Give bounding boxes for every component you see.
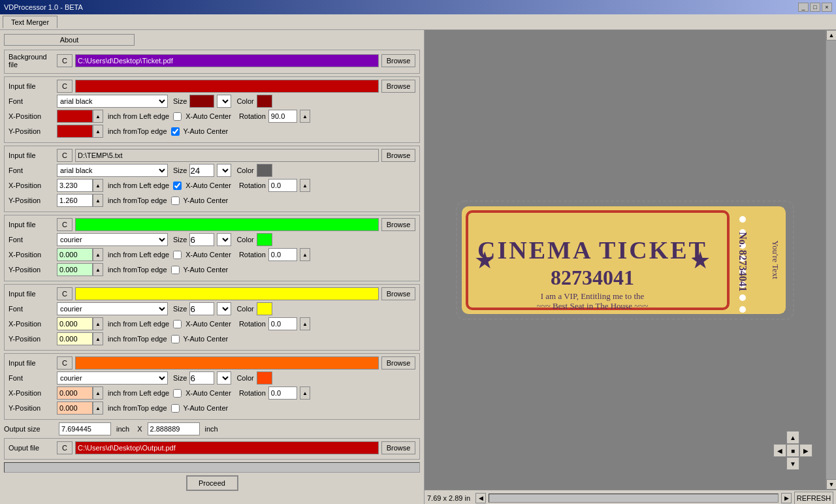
input4-rotation-spin[interactable]: ▲ [300, 317, 310, 330]
input2-c-button[interactable]: C [57, 149, 72, 162]
input4-file-input[interactable] [75, 287, 379, 300]
input1-browse-button[interactable]: Browse [381, 80, 415, 93]
input5-xpos-input[interactable] [57, 386, 93, 400]
input1-file-input[interactable] [75, 80, 379, 93]
input1-rotation-spin[interactable]: ▲ [300, 110, 310, 123]
input2-ypos-input[interactable] [57, 194, 93, 207]
tab-text-merger[interactable]: Text Merger [3, 16, 57, 28]
input2-size-select[interactable]: 24 [217, 164, 231, 177]
input2-y-auto-center[interactable] [171, 197, 180, 205]
input2-xpos-spin-up[interactable]: ▲ [93, 179, 103, 192]
input3-x-auto-center[interactable] [173, 251, 182, 259]
input5-ypos-spin[interactable]: ▲ [93, 402, 103, 415]
input1-size-input[interactable] [189, 95, 214, 108]
input5-c-button[interactable]: C [57, 356, 72, 370]
bg-browse-button[interactable]: Browse [381, 54, 415, 67]
input3-rotation-input[interactable] [268, 248, 297, 261]
input5-size-input[interactable] [189, 371, 214, 385]
nav-center-button[interactable]: ■ [786, 444, 799, 457]
proceed-button[interactable]: Proceed [186, 475, 238, 491]
input1-ypos-spin-up[interactable]: ▲ [93, 125, 103, 138]
input5-file-input[interactable] [75, 356, 379, 370]
input5-rotation-input[interactable] [268, 386, 297, 400]
close-button[interactable]: × [822, 3, 832, 12]
input4-size-select[interactable]: 6 [217, 302, 231, 315]
input2-rotation-spin[interactable]: ▲ [300, 179, 310, 192]
input1-ypos-input[interactable] [57, 125, 93, 138]
input4-xpos-spin[interactable]: ▲ [93, 317, 103, 330]
input4-x-auto-center[interactable] [173, 320, 182, 328]
input3-size-input[interactable] [189, 233, 214, 246]
input1-rotation-input[interactable] [268, 110, 297, 123]
input5-browse-button[interactable]: Browse [381, 356, 415, 370]
input2-browse-button[interactable]: Browse [381, 149, 415, 162]
input3-ypos-input[interactable] [57, 263, 93, 276]
input2-rotation-input[interactable] [268, 179, 297, 192]
output-c-button[interactable]: C [57, 441, 72, 454]
scroll-left-btn[interactable]: ◀ [475, 493, 486, 503]
nav-right-button[interactable]: ▶ [799, 444, 812, 457]
input1-font-select[interactable]: arial black courier arial [57, 95, 168, 108]
input4-xpos-input[interactable] [57, 317, 93, 330]
hscroll-track[interactable] [489, 494, 779, 503]
input3-color-box[interactable] [257, 233, 272, 246]
input1-xpos-input[interactable] [57, 110, 93, 123]
scroll-up-button[interactable]: ▲ [826, 30, 836, 40]
input3-y-auto-center[interactable] [171, 266, 180, 274]
input1-x-auto-center[interactable] [173, 112, 182, 121]
input1-y-auto-center[interactable] [171, 127, 180, 136]
input1-c-button[interactable]: C [57, 80, 72, 93]
input2-file-input[interactable] [75, 149, 379, 162]
refresh-button[interactable]: REFRESH [794, 492, 833, 505]
input5-font-select[interactable]: courier arial black [57, 371, 168, 385]
scroll-right-btn[interactable]: ▶ [781, 493, 792, 503]
input5-x-auto-center[interactable] [173, 389, 182, 398]
input4-y-auto-center[interactable] [171, 335, 180, 343]
input1-size-select[interactable] [217, 95, 231, 108]
input2-size-input[interactable] [189, 164, 214, 177]
input1-xpos-spin-up[interactable]: ▲ [93, 110, 103, 123]
input3-xpos-input[interactable] [57, 248, 93, 261]
nav-left-button[interactable]: ◀ [773, 444, 786, 457]
input3-rotation-spin[interactable]: ▲ [300, 248, 310, 261]
maximize-button[interactable]: □ [810, 3, 820, 12]
input2-xpos-input[interactable] [57, 179, 93, 192]
input2-ypos-spin-up[interactable]: ▲ [93, 194, 103, 207]
output-width-input[interactable] [59, 422, 111, 435]
bg-c-button[interactable]: C [57, 54, 72, 67]
input2-font-select[interactable]: arial black courier [57, 164, 168, 177]
input3-xpos-spin[interactable]: ▲ [93, 248, 103, 261]
input5-y-auto-center[interactable] [171, 404, 180, 413]
input2-x-auto-center[interactable] [173, 181, 182, 190]
output-file-input[interactable] [75, 441, 379, 454]
output-browse-button[interactable]: Browse [381, 441, 415, 454]
input3-file-input[interactable] [75, 218, 379, 231]
input5-size-select[interactable]: 6 [217, 371, 231, 385]
input4-font-select[interactable]: courier arial black [57, 302, 168, 315]
scroll-down-button[interactable]: ▼ [826, 479, 836, 490]
nav-down-button[interactable]: ▼ [786, 457, 799, 470]
input4-ypos-spin[interactable]: ▲ [93, 332, 103, 345]
input3-font-select[interactable]: courier arial black [57, 233, 168, 246]
input3-c-button[interactable]: C [57, 218, 72, 231]
input4-size-input[interactable] [189, 302, 214, 315]
input3-ypos-spin[interactable]: ▲ [93, 263, 103, 276]
input4-browse-button[interactable]: Browse [381, 287, 415, 300]
output-height-input[interactable] [148, 422, 200, 435]
input5-rotation-spin[interactable]: ▲ [300, 386, 310, 400]
input3-browse-button[interactable]: Browse [381, 218, 415, 231]
input2-color-box[interactable] [257, 164, 272, 177]
input4-rotation-input[interactable] [268, 317, 297, 330]
input5-color-box[interactable] [257, 371, 272, 385]
input3-size-select[interactable]: 6 [217, 233, 231, 246]
input4-c-button[interactable]: C [57, 287, 72, 300]
input1-color-box[interactable] [257, 95, 272, 108]
input5-ypos-input[interactable] [57, 402, 93, 415]
minimize-button[interactable]: _ [798, 3, 809, 12]
about-button[interactable]: About [4, 34, 135, 46]
nav-up-button[interactable]: ▲ [786, 431, 799, 444]
bg-file-input[interactable] [75, 54, 379, 67]
input4-ypos-input[interactable] [57, 332, 93, 345]
input5-xpos-spin[interactable]: ▲ [93, 386, 103, 400]
input4-color-box[interactable] [257, 302, 272, 315]
